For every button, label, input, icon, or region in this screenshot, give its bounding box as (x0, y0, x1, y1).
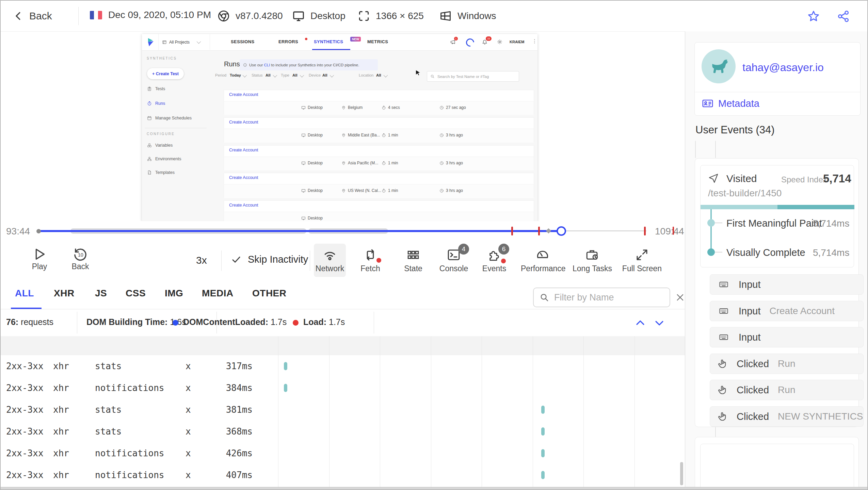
back-10-button[interactable]: Back (71, 246, 89, 271)
tab-css[interactable]: CSS (126, 288, 146, 299)
tab-img[interactable]: IMG (165, 288, 183, 299)
play-icon (32, 246, 47, 262)
filter-input[interactable]: Filter by Name (533, 288, 670, 307)
timeline-error-tick (673, 227, 674, 235)
event-connector (695, 141, 696, 158)
project-selector-label: All Projects (169, 40, 190, 45)
request-type: xhr (53, 405, 69, 415)
request-status: 2xx-3xx (6, 426, 44, 437)
paint-progress-dark (777, 205, 854, 209)
sidebar-item-label: Tests (155, 86, 165, 91)
request-row[interactable]: 2xx-3xx xhr stats x 368ms (1, 421, 685, 442)
network-panel: ALL XHR JS CSS IMG MEDIA OTHER Filter by… (1, 278, 685, 488)
event-item-clicked[interactable]: Clicked Run (710, 354, 864, 374)
event-connector (715, 427, 716, 437)
request-timing-bar (541, 427, 545, 436)
tab-other[interactable]: OTHER (252, 288, 287, 299)
kebab-menu-icon: ⋮ (532, 38, 537, 44)
event-item-clicked[interactable]: Clicked NEW SYNTHETICS (710, 406, 864, 427)
errors-dot (305, 38, 307, 40)
full-screen-button[interactable]: Full Screen (622, 248, 662, 273)
fetch-icon (363, 248, 377, 262)
tab-media[interactable]: MEDIA (202, 288, 234, 299)
clock-icon (439, 161, 444, 165)
console-panel-button[interactable]: 4 Console (438, 248, 469, 273)
keyboard-icon (718, 332, 730, 342)
event-item-input[interactable]: Input (710, 274, 864, 295)
share-icon[interactable] (837, 10, 850, 23)
tab-js[interactable]: JS (95, 288, 107, 299)
play-button[interactable]: Play (31, 246, 48, 271)
visited-event-card[interactable]: Visited Speed Index 5,714 /test-builder/… (700, 165, 854, 267)
run-name-link: Create Account (229, 120, 258, 125)
console-label: Console (438, 264, 469, 273)
sidebar-item-label: Variables (155, 143, 173, 148)
briefcase-clock-icon (585, 248, 599, 262)
chevron-down-icon (384, 73, 388, 78)
dcl-dot (173, 320, 178, 326)
keyboard-icon (718, 280, 730, 289)
sidebar-item-label: Environments (155, 157, 181, 161)
stopwatch-icon (147, 101, 152, 106)
jump-next-icon[interactable] (654, 317, 665, 329)
check-icon (231, 254, 242, 265)
request-row[interactable]: 2xx-3xx xhr stats x 317ms (1, 355, 685, 377)
file-icon (147, 170, 152, 175)
performance-panel-button[interactable]: Performance (521, 248, 564, 273)
monitor-icon (301, 105, 306, 110)
avatar (702, 49, 736, 83)
events-panel-button[interactable]: 6 Events (479, 248, 509, 273)
request-time: 384ms (198, 383, 253, 393)
run-group: Create Account Desktop PASSED (224, 200, 534, 221)
back-button[interactable]: Back (13, 10, 52, 22)
request-row[interactable]: 2xx-3xx xhr stats x 381ms (1, 399, 685, 421)
filter-value: All (376, 73, 381, 77)
dom-content-loaded: DOMContentLoaded: 1.7s (183, 317, 287, 327)
timeline-track[interactable] (39, 221, 646, 241)
stopwatch-icon (382, 133, 386, 137)
close-panel-icon[interactable] (675, 293, 685, 302)
tab-xhr[interactable]: XHR (54, 288, 75, 299)
asayer-logo-icon (146, 38, 156, 47)
event-item-input[interactable]: Input Create Account (710, 301, 864, 321)
request-time: 426ms (198, 448, 253, 458)
session-sidebar: tahay@asayer.io Metadata User Events (34… (685, 31, 868, 490)
request-size: x (186, 383, 191, 393)
network-panel-button[interactable]: Network (314, 244, 346, 277)
run-row: Desktop Asia Pacific (M... 1 min 3 hrs a… (224, 157, 534, 170)
long-tasks-panel-button[interactable]: Long Tasks (573, 248, 612, 273)
replay-app-nav: All Projects SESSIONS ERRORS SYNTHETICS … (142, 34, 537, 51)
monitor-icon (301, 133, 306, 137)
favorite-star-icon[interactable] (807, 10, 820, 23)
jump-previous-icon[interactable] (634, 317, 646, 329)
event-item-clicked[interactable]: Clicked Run (710, 380, 864, 400)
state-panel-button[interactable]: State (398, 248, 428, 273)
load-dot (293, 320, 299, 326)
request-row[interactable]: 2xx-3xx xhr notifications x 384ms (1, 377, 685, 399)
request-name: stats (95, 361, 122, 371)
player-controls: Play Back 3x Skip Inactivity Network Fet… (1, 241, 685, 279)
navigation-icon (708, 173, 719, 184)
divider (221, 250, 222, 271)
request-timing-bar (541, 449, 545, 457)
speed-button[interactable]: 3x (196, 255, 207, 266)
request-row[interactable]: 2xx-3xx xhr notifications x 407ms (1, 464, 685, 486)
app-user-label: KRAIEM (510, 40, 524, 44)
chrome-icon (217, 10, 230, 22)
playhead[interactable] (557, 226, 566, 236)
fetch-panel-button[interactable]: Fetch (355, 248, 385, 273)
request-timing-bar (284, 384, 287, 392)
event-value: Run (778, 385, 795, 395)
run-name-link: Create Account (229, 148, 258, 152)
metadata-button[interactable]: Metadata (702, 98, 759, 109)
vc-value: 5,714ms (813, 247, 847, 258)
tab-all[interactable]: ALL (15, 288, 34, 299)
scrollbar-thumb[interactable] (680, 462, 683, 485)
skip-inactivity-toggle[interactable]: Skip Inactivity (231, 254, 308, 265)
search-icon (539, 292, 549, 303)
os-label: Windows (457, 11, 496, 21)
app-tab-errors: ERRORS (278, 39, 298, 44)
request-row[interactable]: 2xx-3xx xhr notifications x 426ms (1, 442, 685, 464)
event-value: Create Account (770, 306, 835, 316)
event-item-input[interactable]: Input (710, 327, 864, 347)
